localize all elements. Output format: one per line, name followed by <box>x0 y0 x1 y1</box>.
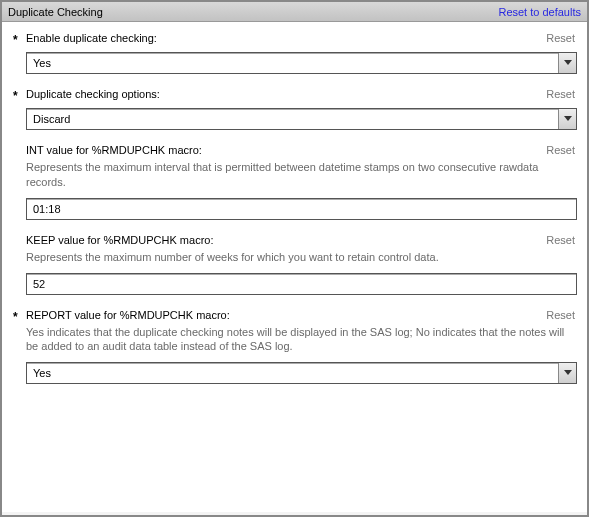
field-label-row: Enable duplicate checking: Reset <box>26 32 577 44</box>
svg-marker-1 <box>564 116 572 121</box>
field-label: REPORT value for %RMDUPCHK macro: <box>26 309 230 321</box>
duplicate-checking-options-dropdown[interactable]: Discard <box>26 108 577 130</box>
dropdown-button[interactable] <box>558 109 576 129</box>
field-description: Represents the maximum number of weeks f… <box>26 250 577 265</box>
dropdown-value: Yes <box>27 53 558 73</box>
field-description: Represents the maximum interval that is … <box>26 160 577 190</box>
svg-marker-0 <box>564 60 572 65</box>
chevron-down-icon <box>564 116 572 122</box>
required-asterisk: * <box>13 89 18 103</box>
required-asterisk: * <box>13 33 18 47</box>
field-label-row: REPORT value for %RMDUPCHK macro: Reset <box>26 309 577 321</box>
int-value-input[interactable]: 01:18 <box>26 198 577 220</box>
field-label-row: KEEP value for %RMDUPCHK macro: Reset <box>26 234 577 246</box>
input-value: 01:18 <box>33 203 61 215</box>
field-label-row: Duplicate checking options: Reset <box>26 88 577 100</box>
reset-link[interactable]: Reset <box>546 32 577 44</box>
chevron-down-icon <box>564 370 572 376</box>
field-label: INT value for %RMDUPCHK macro: <box>26 144 202 156</box>
field-enable-duplicate-checking: * Enable duplicate checking: Reset Yes <box>4 26 585 82</box>
reset-link[interactable]: Reset <box>546 309 577 321</box>
dropdown-value: Discard <box>27 109 558 129</box>
field-description: Yes indicates that the duplicate checkin… <box>26 325 577 355</box>
enable-duplicate-checking-dropdown[interactable]: Yes <box>26 52 577 74</box>
field-int-value: INT value for %RMDUPCHK macro: Reset Rep… <box>4 138 585 228</box>
field-label: Duplicate checking options: <box>26 88 160 100</box>
panel-title: Duplicate Checking <box>8 6 103 18</box>
report-value-dropdown[interactable]: Yes <box>26 362 577 384</box>
panel-header: Duplicate Checking Reset to defaults <box>2 2 587 22</box>
field-keep-value: KEEP value for %RMDUPCHK macro: Reset Re… <box>4 228 585 303</box>
required-asterisk: * <box>13 310 18 324</box>
field-label-row: INT value for %RMDUPCHK macro: Reset <box>26 144 577 156</box>
reset-link[interactable]: Reset <box>546 88 577 100</box>
field-label: Enable duplicate checking: <box>26 32 157 44</box>
duplicate-checking-panel: Duplicate Checking Reset to defaults * E… <box>0 0 589 517</box>
reset-to-defaults-link[interactable]: Reset to defaults <box>498 6 581 18</box>
chevron-down-icon <box>564 60 572 66</box>
dropdown-value: Yes <box>27 363 558 383</box>
reset-link[interactable]: Reset <box>546 144 577 156</box>
dropdown-button[interactable] <box>558 363 576 383</box>
dropdown-button[interactable] <box>558 53 576 73</box>
keep-value-input[interactable]: 52 <box>26 273 577 295</box>
panel-bottom-edge <box>2 512 587 515</box>
panel-content: * Enable duplicate checking: Reset Yes *… <box>2 22 587 392</box>
reset-link[interactable]: Reset <box>546 234 577 246</box>
svg-marker-2 <box>564 370 572 375</box>
field-duplicate-checking-options: * Duplicate checking options: Reset Disc… <box>4 82 585 138</box>
input-value: 52 <box>33 278 45 290</box>
field-report-value: * REPORT value for %RMDUPCHK macro: Rese… <box>4 303 585 393</box>
field-label: KEEP value for %RMDUPCHK macro: <box>26 234 213 246</box>
